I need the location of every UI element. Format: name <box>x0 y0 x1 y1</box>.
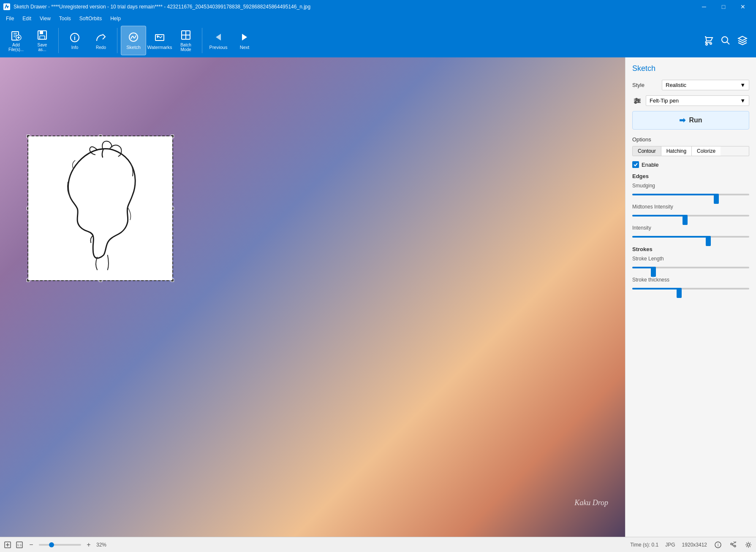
titlebar: Sketch Drawer - ****Unregistered version… <box>0 0 756 14</box>
intensity-label: Intensity <box>632 225 749 231</box>
zoom-out-icon[interactable]: − <box>27 541 35 549</box>
stroke-length-label: Stroke Length <box>632 256 749 262</box>
save-as-button[interactable]: Saveas... <box>30 26 55 55</box>
zoom-thumb[interactable] <box>49 542 54 547</box>
zoom-slider[interactable] <box>39 544 81 546</box>
dimensions-label: 1920x3412 <box>682 542 707 548</box>
tab-hatching[interactable]: Hatching <box>661 146 692 156</box>
maximize-button[interactable]: □ <box>714 0 733 14</box>
edges-title: Edges <box>632 173 749 179</box>
style-row: Style Realistic ▼ <box>632 80 749 90</box>
svg-text:i: i <box>718 543 718 547</box>
batch-mode-button[interactable]: BatchMode <box>173 26 199 55</box>
time-label: Time (s): 0.1 <box>630 542 658 548</box>
minimize-button[interactable]: ─ <box>694 0 714 14</box>
run-button[interactable]: ➡ Run <box>632 111 749 130</box>
search-icon[interactable] <box>719 34 732 47</box>
watermarks-button[interactable]: Watermarks <box>147 26 172 55</box>
svg-point-9 <box>157 35 158 37</box>
canvas-area[interactable]: Kaku Drop <box>0 57 625 537</box>
stroke-thickness-thumb[interactable] <box>677 288 682 298</box>
smudging-thumb[interactable] <box>714 194 719 204</box>
svg-line-30 <box>732 545 734 546</box>
svg-rect-12 <box>182 35 186 39</box>
sketch-label: Sketch <box>126 45 141 50</box>
enable-label: Enable <box>642 162 658 168</box>
menu-help[interactable]: Help <box>106 15 125 22</box>
cart-icon[interactable] <box>702 34 715 47</box>
redo-button[interactable]: Redo <box>88 26 114 55</box>
toolbar-group-main: Sketch Watermarks BatchMode <box>121 26 199 55</box>
sketch-button[interactable]: Sketch <box>121 26 146 55</box>
selection-box[interactable] <box>27 135 173 281</box>
svg-marker-14 <box>216 34 221 41</box>
svg-point-22 <box>638 100 639 102</box>
info-status-icon[interactable]: i <box>714 541 722 549</box>
strokes-title: Strokes <box>632 246 749 252</box>
intensity-row: Intensity <box>632 225 749 241</box>
run-label: Run <box>689 116 702 124</box>
menu-softorbits[interactable]: SoftOrbits <box>75 15 106 22</box>
menu-edit[interactable]: Edit <box>18 15 35 22</box>
enable-checkbox[interactable] <box>632 161 639 168</box>
smudging-track[interactable] <box>632 190 749 199</box>
statusbar-left: 1:1 − + 32% <box>3 541 106 549</box>
info-button[interactable]: i Info <box>62 26 87 55</box>
style-select[interactable]: Realistic ▼ <box>662 80 749 90</box>
window-controls: ─ □ ✕ <box>694 0 753 14</box>
batch-mode-label: BatchMode <box>180 43 191 52</box>
svg-point-31 <box>747 544 750 546</box>
info-label: Info <box>71 45 79 50</box>
svg-point-16 <box>722 37 728 43</box>
menu-file[interactable]: File <box>2 15 18 22</box>
zoom-actual-icon[interactable]: 1:1 <box>15 541 24 549</box>
titlebar-left: Sketch Drawer - ****Unregistered version… <box>3 3 310 10</box>
3d-icon[interactable] <box>736 34 749 47</box>
svg-text:1:1: 1:1 <box>17 543 22 547</box>
share-icon[interactable] <box>729 541 737 549</box>
stroke-length-thumb[interactable] <box>651 267 656 277</box>
menu-view[interactable]: View <box>35 15 55 22</box>
previous-button[interactable]: Previous <box>206 26 231 55</box>
svg-rect-3 <box>40 31 43 34</box>
intensity-fill <box>632 236 708 238</box>
sketch-canvas <box>28 136 172 280</box>
zoom-in-icon[interactable]: + <box>84 541 93 549</box>
right-panel: Sketch Style Realistic ▼ <box>625 57 756 537</box>
presets-row: Felt-Tip pen ▼ <box>632 95 749 106</box>
stroke-length-track[interactable] <box>632 263 749 272</box>
stroke-length-fill <box>632 267 653 268</box>
midtones-thumb[interactable] <box>683 215 688 225</box>
next-button[interactable]: Next <box>232 26 257 55</box>
tab-colorize[interactable]: Colorize <box>692 146 721 156</box>
stroke-thickness-track[interactable] <box>632 284 749 293</box>
svg-point-23 <box>635 102 636 103</box>
settings-status-icon[interactable] <box>744 541 753 549</box>
tab-contour[interactable]: Contour <box>633 146 661 156</box>
style-dropdown-arrow: ▼ <box>740 82 745 88</box>
presets-value: Felt-Tip pen <box>650 97 679 104</box>
svg-rect-4 <box>40 36 45 39</box>
intensity-track[interactable] <box>632 233 749 241</box>
midtones-track[interactable] <box>632 211 749 220</box>
svg-marker-15 <box>242 34 247 41</box>
toolbar-group-history: i Info Redo <box>62 26 114 55</box>
close-button[interactable]: ✕ <box>733 0 753 14</box>
svg-rect-10 <box>182 31 186 35</box>
menu-tools[interactable]: Tools <box>55 15 75 22</box>
zoom-control[interactable] <box>39 544 81 546</box>
svg-point-21 <box>636 98 637 100</box>
stroke-length-bg <box>632 267 749 268</box>
presets-select[interactable]: Felt-Tip pen ▼ <box>646 95 749 106</box>
divider-3 <box>202 28 202 53</box>
zoom-fit-icon[interactable] <box>3 541 12 549</box>
smudging-bg <box>632 194 749 195</box>
options-label: Options <box>632 136 749 143</box>
background-image <box>0 57 625 537</box>
toolbar-right-icons <box>702 34 749 47</box>
intensity-thumb[interactable] <box>706 236 711 246</box>
previous-label: Previous <box>209 45 228 50</box>
add-files-button[interactable]: AddFile(s)... <box>3 26 29 55</box>
format-label: JPG <box>665 542 675 548</box>
style-value: Realistic <box>666 82 686 88</box>
